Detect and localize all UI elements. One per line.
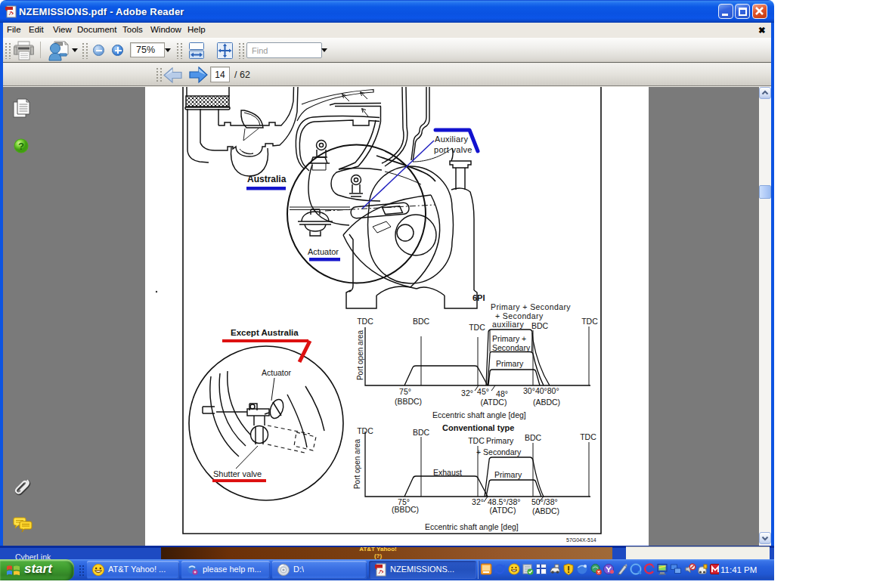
svg-text:Primary: Primary	[486, 436, 514, 445]
svg-text:Eccentric shaft angle [deg]: Eccentric shaft angle [deg]	[432, 410, 526, 419]
svg-text:TDC: TDC	[580, 432, 596, 441]
svg-text:32°: 32°	[461, 388, 473, 398]
svg-text:TDC: TDC	[581, 317, 598, 326]
svg-text:port valve: port valve	[434, 145, 472, 154]
svg-text:(ABDC): (ABDC)	[532, 506, 559, 515]
svg-text:Actuator: Actuator	[308, 247, 339, 256]
svg-text:(BBDC): (BBDC)	[392, 505, 419, 514]
svg-text:Exhaust: Exhaust	[433, 468, 462, 477]
svg-text:Port open area: Port open area	[356, 330, 364, 380]
svg-text:(ABDC): (ABDC)	[533, 398, 560, 407]
svg-text:?: ?	[18, 141, 24, 152]
svg-text:Primary: Primary	[496, 359, 524, 368]
svg-text:Conventional type: Conventional type	[442, 423, 514, 432]
svg-text:TDC: TDC	[468, 436, 485, 445]
svg-text:Shutter valve: Shutter valve	[213, 469, 262, 478]
svg-text:TDC: TDC	[357, 426, 373, 435]
svg-text:BDC: BDC	[531, 321, 549, 330]
svg-text:45°: 45°	[477, 387, 489, 396]
svg-text:30°40°80°: 30°40°80°	[523, 386, 559, 395]
svg-text:TDC: TDC	[357, 317, 373, 326]
svg-text:+ Secondary: + Secondary	[476, 447, 522, 456]
svg-text:auxiliary: auxiliary	[492, 320, 524, 329]
svg-text:Primary +: Primary +	[492, 334, 526, 343]
svg-text:32°: 32°	[472, 497, 484, 506]
svg-text:Auxiliary: Auxiliary	[435, 135, 468, 144]
svg-text:6PI: 6PI	[472, 293, 485, 302]
svg-text:Primary: Primary	[494, 470, 522, 479]
svg-text:(ATDC): (ATDC)	[490, 506, 516, 515]
svg-text:BDC: BDC	[413, 428, 430, 437]
svg-text:Except Australia: Except Australia	[231, 328, 299, 337]
svg-text:(ATDC): (ATDC)	[481, 398, 507, 407]
svg-text:Primary + Secondary: Primary + Secondary	[491, 302, 571, 311]
svg-text:Port open area: Port open area	[353, 438, 361, 489]
svg-text:(BBDC): (BBDC)	[395, 397, 422, 406]
svg-text:75°: 75°	[399, 387, 411, 396]
svg-text:57G04X-514: 57G04X-514	[566, 537, 596, 543]
svg-text:Secondary: Secondary	[492, 343, 531, 352]
svg-text:Eccentric shaft angle [deg]: Eccentric shaft angle [deg]	[425, 522, 519, 531]
svg-text:BDC: BDC	[525, 433, 542, 442]
svg-text:50°/38°: 50°/38°	[531, 497, 558, 506]
svg-text:BDC: BDC	[413, 317, 430, 326]
svg-text:Australia: Australia	[247, 174, 287, 184]
svg-text:Actuator: Actuator	[262, 368, 292, 377]
svg-text:TDC: TDC	[469, 323, 485, 332]
